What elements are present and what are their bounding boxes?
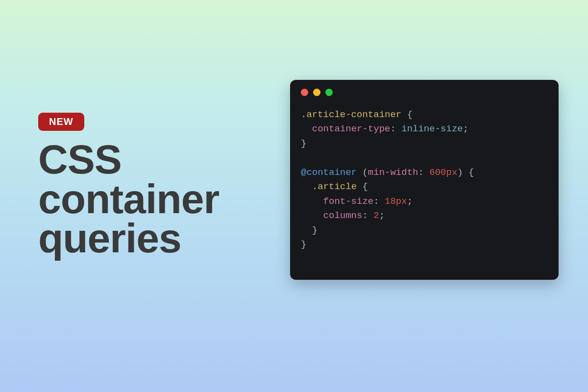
code-at-rule: @container [301,167,357,178]
code-punct: ; [407,196,413,207]
code-punct: : [362,210,373,221]
code-brace: { [357,181,368,192]
code-property: min-width [368,167,418,178]
code-indent [301,225,312,236]
code-punct: : [418,167,429,178]
code-indent [301,196,323,207]
minimize-icon[interactable] [313,89,320,96]
code-punct: : [390,123,401,134]
code-punct: ) { [457,167,474,178]
headline-line-1: CSS [38,140,264,179]
new-badge: NEW [38,113,84,131]
code-indent [301,123,312,134]
headline-line-2: container [38,179,264,219]
code-property: font-size [323,196,374,207]
code-selector: .article-container [301,109,401,120]
code-indent [301,181,312,192]
code-number: 600px [429,167,457,178]
code-property: columns [323,210,363,221]
code-editor-window: .article-container { container-type: inl… [290,80,559,280]
code-punct: ( [357,167,368,178]
code-property: container-type [312,123,391,134]
headline-line-3: queries [38,219,264,258]
code-selector: .article [312,181,357,192]
code-brace: } [301,239,306,250]
code-brace: { [401,109,413,120]
code-punct: ; [463,123,468,134]
code-brace: } [312,225,318,236]
close-icon[interactable] [301,89,308,96]
code-punct: : [373,196,385,207]
title-block: NEW CSS container queries [38,113,264,258]
code-number: 18px [385,196,407,207]
maximize-icon[interactable] [325,89,333,96]
code-value: inline-size [401,123,463,134]
headline: CSS container queries [38,140,264,258]
code-punct: ; [379,210,385,221]
code-brace: } [301,138,306,149]
code-number: 2 [373,210,379,221]
window-controls [301,89,548,96]
code-indent [301,210,323,221]
code-block: .article-container { container-type: inl… [301,108,548,252]
